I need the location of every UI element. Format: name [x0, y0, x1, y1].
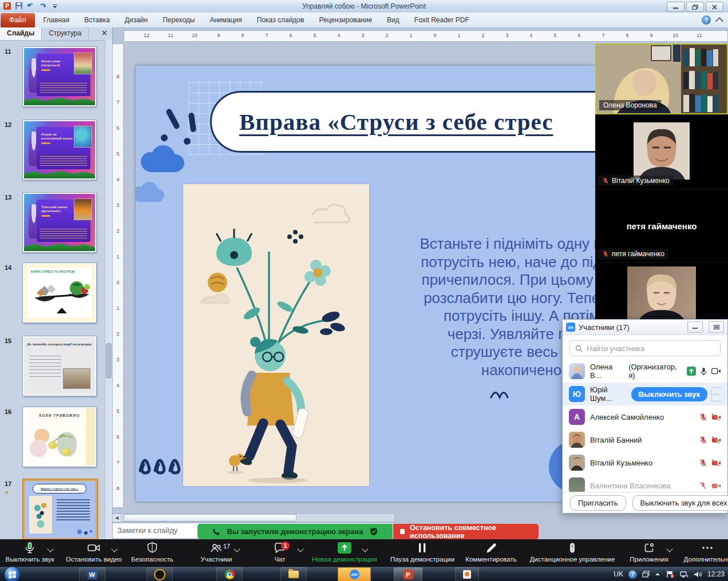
powerpoint-titlebar: P Управляй собою - Microsoft PowerPoint: [0, 0, 728, 13]
participant-name: Юрій Шум...: [590, 385, 626, 403]
undo-icon[interactable]: [26, 1, 35, 10]
close-button[interactable]: [706, 2, 723, 12]
more-options-button[interactable]: ⋯: [711, 387, 721, 401]
avatar: [569, 432, 585, 448]
scroll-left-icon[interactable]: ◀: [113, 514, 121, 522]
screen-sharing-icon: [687, 367, 696, 376]
participant-row-bannyi[interactable]: Віталій Банний: [563, 428, 727, 451]
stop-share-banner-text: Остановить совместное использование: [410, 524, 539, 540]
tab-review[interactable]: Рецензирование: [311, 13, 379, 27]
video-tile-vitalii-k[interactable]: Віталій Кузьменко: [595, 116, 728, 189]
panel-minimize-button[interactable]: [687, 321, 703, 333]
start-button[interactable]: [4, 566, 21, 581]
tab-outline[interactable]: Структура: [42, 27, 89, 40]
pane-close-icon[interactable]: [97, 27, 112, 40]
vertical-ruler: 87 65 43 21 01 23 45 67 8: [112, 43, 124, 508]
tab-slides[interactable]: Слайды: [0, 27, 42, 40]
slide-thumb-row: 17 ★ Вправа «Струси з себе стрес»: [0, 479, 105, 539]
slide-15-thumbnail[interactable]: До методів саморегуляції належать:: [23, 336, 96, 396]
search-input[interactable]: Найти участника: [569, 340, 721, 356]
panel-popout-button[interactable]: [709, 321, 724, 333]
tab-transitions[interactable]: Переходы: [155, 13, 202, 27]
slide-11-thumbnail[interactable]: Канал уяви (творчості): [23, 47, 96, 106]
participant-row-yurii[interactable]: Ю Юрій Шум... Выключить звук ⋯: [563, 383, 727, 405]
customize-qat-icon[interactable]: [50, 1, 60, 10]
mute-all-button[interactable]: Выключить звук для всех: [632, 495, 728, 511]
new-share-button[interactable]: Новая демонстрация: [302, 542, 387, 563]
muted-mic-icon: [699, 459, 707, 467]
taskbar-chrome[interactable]: [216, 567, 243, 581]
language-indicator[interactable]: UK: [614, 570, 623, 578]
taskbar-app-misc[interactable]: [455, 567, 479, 581]
participants-count: 17: [223, 543, 230, 550]
save-icon[interactable]: [14, 1, 23, 10]
slide-14-thumbnail[interactable]: КАРТА СТРЕСУ ТА РЕСУРСІВ: [23, 263, 96, 323]
participant-name: Олена В...: [590, 363, 623, 380]
hidden-icons-arrow[interactable]: [655, 572, 660, 576]
annotate-button[interactable]: Комментировать: [448, 542, 534, 563]
minimize-button[interactable]: [667, 2, 685, 12]
tab-design[interactable]: Дизайн: [117, 13, 155, 27]
participant-row-kuzmenko[interactable]: Віталій Кузьменко: [563, 451, 727, 474]
clock[interactable]: 12:23: [707, 570, 725, 578]
taskbar-word[interactable]: W: [79, 567, 105, 581]
camera-on-icon[interactable]: [711, 368, 721, 375]
video-tile-olena[interactable]: Олена Воронова: [595, 43, 728, 114]
taskbar-app-circle[interactable]: [147, 567, 173, 581]
participant-row-olena[interactable]: Олена В... (Организатор, я): [563, 360, 727, 383]
mouse-icon: [566, 542, 579, 554]
tab-foxit[interactable]: Foxit Reader PDF: [407, 13, 477, 27]
powerpoint-app-icon[interactable]: P: [2, 1, 11, 10]
mic-icon: [23, 542, 36, 554]
minimize-ribbon-icon[interactable]: [715, 17, 723, 25]
slide-16-title: КОЛИ ТРИВОЖНО: [24, 408, 95, 417]
window-tray-icon[interactable]: [642, 571, 650, 578]
tab-home[interactable]: Главная: [36, 13, 77, 27]
tab-slideshow[interactable]: Показ слайдов: [250, 13, 312, 27]
mute-participant-button[interactable]: Выключить звук: [631, 387, 707, 401]
help-tray-icon[interactable]: ?: [628, 570, 637, 579]
slide-13-thumbnail[interactable]: Тілесний канал (фізичний ): [23, 193, 96, 252]
network-icon[interactable]: [680, 571, 689, 578]
remote-control-button[interactable]: Дистанционное управление: [529, 542, 615, 563]
redo-icon[interactable]: [38, 1, 48, 10]
video-tile-fourth[interactable]: [595, 263, 728, 320]
taskbar-zoom-active[interactable]: zm: [338, 567, 371, 581]
participants-header[interactable]: zm Участники (17): [563, 320, 727, 335]
more-button[interactable]: Дополнительно: [664, 542, 728, 563]
horizontal-scrollbar[interactable]: ◀: [112, 514, 395, 522]
mic-on-icon[interactable]: [700, 367, 707, 376]
search-icon: [575, 345, 583, 352]
participant-name-label: Олена Воронова: [599, 100, 661, 110]
restore-button[interactable]: [686, 2, 704, 12]
action-center-flag-icon[interactable]: [666, 570, 675, 578]
help-icon[interactable]: ?: [702, 15, 711, 25]
tab-view[interactable]: Вид: [379, 13, 407, 27]
participant-name: Віталій Кузьменко: [590, 459, 652, 467]
security-shield-icon[interactable]: [370, 527, 378, 536]
slide-12-thumbnail[interactable]: Розум чи когнітивний канал: [23, 120, 96, 180]
participants-list: Олена В... (Организатор, я) Ю Юрій Шум..…: [563, 360, 727, 494]
chat-badge: 1: [281, 542, 290, 550]
slide-number: 14: [5, 264, 11, 271]
thumbnails-scrollbar[interactable]: [105, 40, 112, 539]
participant-row-clipped[interactable]: Валентина Власенкова: [563, 474, 727, 494]
taskbar-explorer[interactable]: [280, 567, 307, 581]
chevron-up-icon[interactable]: [362, 546, 368, 552]
tab-animations[interactable]: Анимация: [202, 13, 249, 27]
apps-icon: [643, 542, 655, 554]
participant-row-aleksei[interactable]: А Алексей Самойленко: [563, 405, 727, 428]
scale-illustration: [27, 273, 96, 315]
slide-17-thumbnail-selected[interactable]: Вправа «Струси з себе стрес»: [23, 479, 97, 539]
video-tile-petia[interactable]: петя гаймаченко петя гаймаченко: [595, 190, 728, 262]
taskbar-powerpoint-active[interactable]: P: [394, 567, 422, 581]
stop-share-banner[interactable]: Остановить совместное использование: [393, 524, 539, 539]
invite-button[interactable]: Пригласить: [570, 495, 626, 511]
slide-16-thumbnail[interactable]: КОЛИ ТРИВОЖНО ~ ~ ~ ~ ~: [23, 407, 96, 467]
windows-flag-icon: [9, 571, 16, 578]
muted-camera-icon: [711, 482, 721, 490]
tab-insert[interactable]: Вставка: [77, 13, 117, 27]
volume-icon[interactable]: [694, 571, 702, 578]
pencil-icon: [485, 542, 497, 554]
tab-file[interactable]: Файл: [1, 13, 35, 27]
